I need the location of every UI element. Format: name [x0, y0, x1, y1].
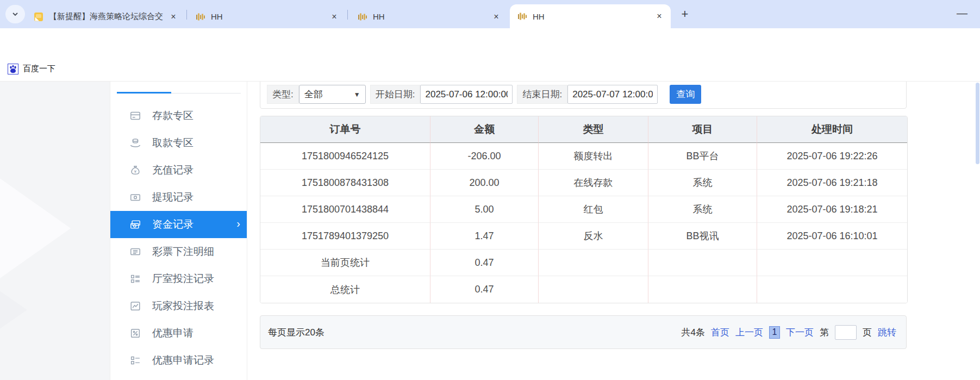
next-page-link[interactable]: 下一页	[786, 326, 814, 339]
table-cell: BB平台	[648, 143, 757, 170]
tab-title: HH	[533, 12, 650, 21]
current-page-indicator[interactable]: 1	[769, 326, 780, 339]
sidebar-item-list[interactable]: 厅室投注记录	[110, 265, 247, 292]
page-suffix-text: 页	[863, 326, 872, 339]
tab-close-icon[interactable]: ×	[490, 11, 502, 23]
bookmarks-bar: 百度一下	[0, 57, 980, 82]
sidebar-item-promolist[interactable]: 优惠申请记录	[110, 347, 247, 374]
select-caret-icon: ▼	[354, 91, 360, 98]
end-date-input[interactable]	[567, 85, 658, 104]
table-cell	[757, 276, 907, 303]
window-minimize-button[interactable]: —	[953, 4, 971, 23]
forum-favicon	[34, 12, 43, 22]
browser-tab[interactable]: HH×	[188, 5, 346, 28]
report-icon	[129, 300, 141, 312]
sidebar-header: 财务中心	[117, 82, 167, 84]
table-row: 当前页统计0.47	[260, 250, 907, 276]
user-center-sidebar: 财务中心 存款专区取款专区¥充值记录提现记录资金记录›彩票下注明细厅室投注记录玩…	[110, 82, 247, 380]
sidebar-item-hand[interactable]: 取款专区	[110, 129, 247, 157]
tab-favicon	[34, 12, 43, 22]
sidebar-menu: 存款专区取款专区¥充值记录提现记录资金记录›彩票下注明细厅室投注记录玩家投注报表…	[110, 102, 247, 374]
tab-divider	[186, 10, 187, 20]
table-cell: 0.47	[430, 276, 539, 303]
table-cell: 额度转出	[539, 143, 648, 170]
table-column-header: 项目	[648, 116, 757, 143]
tab-search-chevron-button[interactable]	[5, 5, 25, 23]
chevron-right-icon: ›	[236, 217, 240, 230]
type-select-value: 全部	[304, 88, 323, 101]
sidebar-item-label: 提现记录	[152, 190, 193, 204]
table-row: 17517894013792501.47反水BB视讯2025-07-06 16:…	[260, 223, 907, 250]
browser-tab[interactable]: 【新提醒】海燕策略论坛综合交×	[26, 5, 185, 28]
decorative-triangle	[0, 261, 27, 359]
table-column-header: 类型	[539, 116, 648, 143]
tab-close-icon[interactable]: ×	[167, 11, 179, 23]
browser-tab[interactable]: HH×	[350, 5, 508, 28]
hh-favicon	[517, 11, 527, 21]
svg-text:¥: ¥	[134, 169, 137, 174]
tab-favicon	[196, 12, 205, 22]
page-size-text: 每页显示20条	[268, 326, 324, 339]
table-cell: 红包	[539, 196, 648, 223]
sidebar-item-note[interactable]: 提现记录	[110, 184, 247, 211]
ticket-icon	[129, 246, 141, 258]
bag-icon: ¥	[129, 164, 141, 176]
tab-strip: 【新提醒】海燕策略论坛综合交×HH×HH×HH× + —	[0, 0, 980, 28]
start-date-label: 开始日期:	[370, 85, 421, 104]
sidebar-item-label: 厅室投注记录	[152, 272, 214, 286]
sidebar-item-card[interactable]: 存款专区	[110, 102, 247, 129]
table-cell: 200.00	[430, 170, 539, 196]
funds-record-table: 订单号金额类型项目处理时间 1751800946524125-206.00额度转…	[260, 116, 908, 303]
browser-toolbar: ← → yl756.com/hhcp/usercenter.html?iniTy…	[0, 28, 980, 57]
table-cell: 系统	[648, 196, 757, 223]
sidebar-item-bag[interactable]: ¥充值记录	[110, 157, 247, 184]
browser-window: 【新提醒】海燕策略论坛综合交×HH×HH×HH× + — ← → yl756.c…	[0, 0, 980, 380]
table-cell: 2025-07-06 19:18:21	[757, 196, 907, 223]
tab-close-icon[interactable]: ×	[328, 11, 340, 23]
sidebar-item-label: 彩票下注明细	[152, 245, 214, 259]
sidebar-item-label: 玩家投注报表	[152, 299, 214, 313]
sidebar-item-label: 充值记录	[152, 163, 193, 177]
jump-link[interactable]: 跳转	[878, 326, 896, 339]
sidebar-item-label: 资金记录	[152, 217, 193, 232]
table-cell: 在线存款	[539, 170, 648, 196]
tab-divider	[347, 10, 348, 20]
new-tab-button[interactable]: +	[677, 7, 692, 22]
promolist-icon	[129, 354, 141, 366]
sidebar-item-label: 存款专区	[152, 109, 193, 123]
start-date-input[interactable]	[420, 85, 513, 104]
list-icon	[129, 273, 141, 285]
bookmark-label: 百度一下	[23, 64, 55, 74]
prev-page-link[interactable]: 上一页	[735, 326, 763, 339]
promo-icon	[129, 327, 141, 339]
browser-tab[interactable]: HH×	[510, 4, 671, 28]
table-cell	[539, 250, 648, 276]
web-page: 财务中心 存款专区取款专区¥充值记录提现记录资金记录›彩票下注明细厅室投注记录玩…	[0, 82, 980, 380]
page-number-input[interactable]	[835, 325, 857, 340]
hh-favicon	[196, 12, 205, 22]
table-cell: 系统	[648, 170, 757, 196]
table-row: 1751800946524125-206.00额度转出BB平台2025-07-0…	[260, 143, 907, 170]
first-page-link[interactable]: 首页	[711, 326, 729, 339]
table-column-header: 金额	[430, 116, 539, 143]
table-cell	[539, 276, 648, 303]
sidebar-item-cash[interactable]: 资金记录›	[110, 211, 247, 238]
note-icon	[129, 191, 141, 203]
card-icon	[129, 110, 141, 122]
sidebar-item-promo[interactable]: 优惠申请	[110, 320, 247, 347]
baidu-paw-icon	[8, 64, 18, 74]
page-left-background	[0, 82, 110, 380]
bookmark-baidu[interactable]: 百度一下	[8, 64, 55, 74]
tab-close-icon[interactable]: ×	[653, 10, 665, 22]
end-date-label: 结束日期:	[517, 85, 567, 104]
table-cell: 2025-07-06 19:22:26	[757, 143, 907, 170]
pagination-bar: 每页显示20条 共4条 首页 上一页 1 下一页 第 页 跳转	[260, 315, 907, 349]
page-scrollbar[interactable]	[976, 83, 979, 164]
sidebar-item-report[interactable]: 玩家投注报表	[110, 292, 247, 320]
sidebar-divider-accent	[117, 92, 171, 94]
hh-favicon	[358, 12, 367, 22]
query-button[interactable]: 查询	[670, 85, 701, 104]
sidebar-item-ticket[interactable]: 彩票下注明细	[110, 238, 247, 265]
type-select[interactable]: 全部 ▼	[299, 85, 366, 104]
sidebar-item-label: 取款专区	[152, 136, 193, 150]
